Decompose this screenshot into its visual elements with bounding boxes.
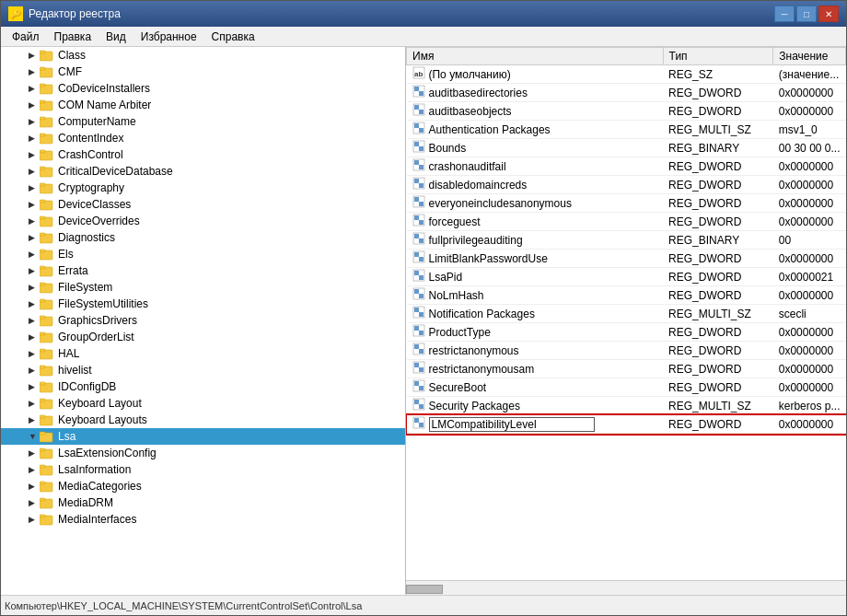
cell-name: NoLmHash <box>407 286 664 305</box>
status-bar: Компьютер\HKEY_LOCAL_MACHINE\SYSTEM\Curr… <box>1 595 846 615</box>
tree-item[interactable]: ▶ GraphicsDrivers <box>1 312 405 329</box>
cell-value: 0x0000000 <box>773 84 846 102</box>
tree-item[interactable]: ▶ Diagnostics <box>1 229 405 246</box>
col-value: Значение <box>773 48 846 65</box>
close-button[interactable]: ✕ <box>818 6 839 22</box>
tree-item[interactable]: ▶ MediaDRM <box>1 494 405 511</box>
cell-name: Security Packages <box>407 397 664 415</box>
svg-rect-89 <box>419 257 424 262</box>
svg-rect-91 <box>414 271 419 275</box>
tree-item[interactable]: ▶ GroupOrderList <box>1 329 405 345</box>
maximize-button[interactable]: □ <box>796 6 817 22</box>
cell-name: ProductType <box>407 323 664 342</box>
svg-rect-64 <box>414 105 419 110</box>
tree-item[interactable]: ▼ Lsa <box>1 428 405 445</box>
tree-item[interactable]: ▶ DeviceOverrides <box>1 213 405 229</box>
tree-item-label: LsaExtensionConfig <box>58 447 157 459</box>
cell-type: REG_BINARY <box>663 139 773 157</box>
tree-item-label: MediaCategories <box>58 480 142 493</box>
tree-item[interactable]: ▶ ComputerName <box>1 113 405 130</box>
tree-item[interactable]: ▶ LsaInformation <box>1 461 405 478</box>
inline-edit-input[interactable] <box>429 417 595 432</box>
tree-item[interactable]: ▶ Cryptography <box>1 180 405 196</box>
svg-rect-55 <box>40 498 45 501</box>
folder-icon <box>40 248 54 261</box>
tree-item-label: DeviceOverrides <box>58 215 140 227</box>
tree-item[interactable]: ▶ LsaExtensionConfig <box>1 445 405 461</box>
tree-item[interactable]: ▶ MediaInterfaces <box>1 511 405 528</box>
tree-item[interactable]: ▶ CriticalDeviceDatabase <box>1 163 405 180</box>
folder-icon <box>40 231 54 244</box>
tree-arrow-icon: ▶ <box>29 250 40 259</box>
tree-item[interactable]: ▶ HAL <box>1 345 405 362</box>
title-bar-left: 🔑 Редактор реестра <box>8 6 121 21</box>
tree-item[interactable]: ▶ Class <box>1 47 405 64</box>
tree-arrow-icon: ▶ <box>29 332 40 342</box>
table-row[interactable]: REG_DWORD0x0000000 <box>407 415 846 434</box>
cell-type: REG_MULTI_SZ <box>663 397 773 415</box>
tree-item-label: GroupOrderList <box>58 331 134 343</box>
dword-icon <box>412 416 425 432</box>
svg-rect-74 <box>419 165 424 169</box>
tree-item-label: COM Name Arbiter <box>58 99 151 111</box>
menu-edit[interactable]: Правка <box>47 29 99 45</box>
tree-arrow-icon: ▶ <box>29 382 40 391</box>
name-label: (По умолчанию) <box>429 68 511 81</box>
dword-icon <box>412 214 425 229</box>
svg-rect-106 <box>414 363 419 367</box>
tree-item[interactable]: ▶ ContentIndex <box>1 130 405 146</box>
tree-item-label: CoDeviceInstallers <box>58 82 150 95</box>
folder-icon <box>40 99 54 111</box>
tree-scroll[interactable]: ▶ Class▶ CMF▶ CoDeviceInstallers▶ COM Na… <box>1 47 405 595</box>
menu-favorites[interactable]: Избранное <box>133 29 204 45</box>
tree-item[interactable]: ▶ hivelist <box>1 362 405 378</box>
tree-arrow-icon: ▶ <box>29 498 40 507</box>
tree-item[interactable]: ▶ CMF <box>1 64 405 80</box>
folder-icon <box>40 463 54 476</box>
tree-item[interactable]: ▶ FileSystemUtilities <box>1 296 405 312</box>
tree-item-label: GraphicsDrivers <box>58 314 137 327</box>
svg-rect-43 <box>40 399 45 401</box>
tree-item[interactable]: ▶ IDConfigDB <box>1 378 405 395</box>
svg-rect-27 <box>40 266 45 269</box>
right-table[interactable]: Имя Тип Значение ab(По умолчанию)REG_SZ(… <box>406 47 846 580</box>
tree-item[interactable]: ▶ Errata <box>1 262 405 279</box>
tree-item[interactable]: ▶ CoDeviceInstallers <box>1 80 405 97</box>
cell-value: 0x0000000 <box>773 323 846 342</box>
left-pane: ▶ Class▶ CMF▶ CoDeviceInstallers▶ COM Na… <box>1 47 406 595</box>
tree-item[interactable]: ▶ DeviceClasses <box>1 196 405 213</box>
cell-name: fullprivilegeauditing <box>407 231 664 250</box>
menu-file[interactable]: Файл <box>5 29 47 45</box>
tree-arrow-icon: ▶ <box>29 283 40 292</box>
menu-view[interactable]: Вид <box>99 29 133 45</box>
name-label: Security Packages <box>429 400 520 413</box>
folder-icon <box>40 513 54 526</box>
svg-rect-92 <box>419 275 424 280</box>
menu-bar: Файл Правка Вид Избранное Справка <box>1 27 846 47</box>
tree-item[interactable]: ▶ Keyboard Layouts <box>1 412 405 428</box>
dword-icon <box>412 195 425 211</box>
name-label: auditbaseobjects <box>429 105 512 118</box>
tree-item[interactable]: ▶ Keyboard Layout <box>1 395 405 412</box>
menu-help[interactable]: Справка <box>204 29 262 45</box>
dword-icon <box>412 85 425 100</box>
tree-item[interactable]: ▶ CrashControl <box>1 146 405 163</box>
cell-name: LimitBlankPasswordUse <box>407 250 664 268</box>
cell-value: 0x0000021 <box>773 268 846 286</box>
title-buttons: ─ □ ✕ <box>774 6 839 22</box>
horizontal-scrollbar[interactable] <box>406 580 846 595</box>
tree-arrow-icon: ▶ <box>29 482 40 491</box>
tree-item[interactable]: ▶ COM Name Arbiter <box>1 97 405 113</box>
svg-rect-112 <box>414 400 419 404</box>
tree-item[interactable]: ▶ FileSystem <box>1 279 405 296</box>
name-label: restrictanonymous <box>429 344 519 357</box>
title-bar: 🔑 Редактор реестра ─ □ ✕ <box>1 1 846 27</box>
tree-item-label: FileSystemUtilities <box>58 297 148 310</box>
minimize-button[interactable]: ─ <box>774 6 795 22</box>
tree-item-label: CriticalDeviceDatabase <box>58 165 173 178</box>
svg-rect-110 <box>419 386 424 390</box>
tree-item[interactable]: ▶ Els <box>1 246 405 262</box>
svg-rect-49 <box>40 448 45 451</box>
svg-rect-5 <box>40 84 45 87</box>
tree-item[interactable]: ▶ MediaCategories <box>1 478 405 494</box>
